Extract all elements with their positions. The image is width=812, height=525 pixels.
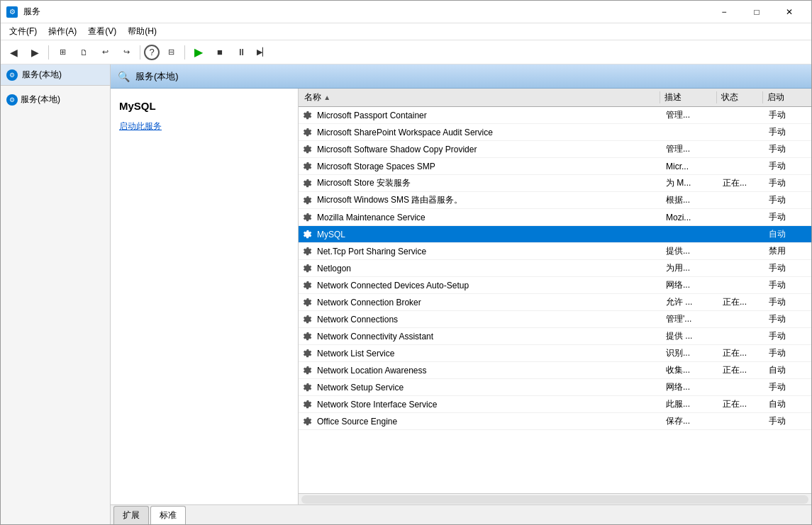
table-row[interactable]: Network Connections管理'...手动 — [299, 311, 811, 328]
row-service-desc: Mozi... — [662, 213, 718, 222]
row-service-status: 正在... — [718, 364, 764, 376]
menu-help[interactable]: 帮助(H) — [122, 24, 162, 39]
row-service-start: 手动 — [764, 177, 807, 189]
panel-header: 🔍 服务(本地) — [111, 64, 811, 89]
title-bar: ⚙ 服务 − □ ✕ — [1, 1, 811, 23]
col-header-status[interactable]: 状态 — [717, 91, 763, 103]
start-service-link[interactable]: 启动此服务 — [119, 120, 289, 132]
table-row[interactable]: Network Connected Devices Auto-Setup网络..… — [299, 277, 811, 294]
content-body: MySQL 启动此服务 名称 ▲ 描述 状态 启动 — [111, 89, 811, 504]
horizontal-scrollbar[interactable] — [301, 495, 808, 504]
row-service-name: Microsoft Storage Spaces SMP — [314, 162, 662, 171]
restart-service-button[interactable]: ▶▏ — [252, 43, 272, 62]
row-service-name: Network Setup Service — [314, 383, 662, 393]
gear-icon — [301, 245, 314, 258]
table-row[interactable]: Network Location Awareness收集...正在...自动 — [299, 362, 811, 379]
row-service-desc: 识别... — [662, 347, 718, 359]
table-row[interactable]: Mozilla Maintenance ServiceMozi...手动 — [299, 209, 811, 226]
table-row[interactable]: Microsoft Passport Container管理...手动 — [299, 107, 811, 124]
tab-standard[interactable]: 标准 — [150, 506, 186, 524]
row-service-desc: 此服... — [662, 398, 718, 410]
gear-icon — [301, 262, 314, 275]
row-service-start: 手动 — [764, 126, 807, 138]
gear-icon — [301, 211, 314, 224]
col-header-start[interactable]: 启动 — [763, 91, 806, 103]
row-service-name: Network Connection Broker — [314, 298, 662, 307]
start-service-button[interactable]: ▶ — [189, 43, 208, 62]
show-hide-button[interactable]: ⊞ — [52, 43, 72, 62]
forward-button[interactable]: ▶ — [25, 43, 45, 62]
close-button[interactable]: ✕ — [773, 1, 806, 23]
row-service-desc: 提供 ... — [662, 330, 718, 342]
maximize-button[interactable]: □ — [740, 1, 773, 23]
table-row[interactable]: Network List Service识别...正在...手动 — [299, 345, 811, 362]
back-button[interactable]: ◀ — [4, 43, 23, 62]
table-row[interactable]: Network Store Interface Service此服...正在..… — [299, 396, 811, 413]
gear-icon — [301, 279, 314, 292]
app-icon: ⚙ — [6, 6, 18, 18]
table-row[interactable]: Microsoft Store 安装服务为 M...正在...手动 — [299, 175, 811, 192]
export-button[interactable]: ⊟ — [161, 43, 181, 62]
table-row[interactable]: Net.Tcp Port Sharing Service提供...禁用 — [299, 243, 811, 260]
menu-file[interactable]: 文件(F) — [4, 24, 43, 39]
window-controls: − □ ✕ — [708, 1, 806, 23]
row-service-start: 手动 — [764, 279, 807, 291]
up-button[interactable]: ↩ — [95, 43, 115, 62]
table-row[interactable]: Network Connectivity Assistant提供 ...手动 — [299, 328, 811, 345]
row-service-start: 手动 — [764, 194, 807, 206]
row-service-start: 自动 — [764, 398, 807, 410]
table-row[interactable]: Netlogon为用...手动 — [299, 260, 811, 277]
prop-button[interactable]: ↪ — [116, 43, 136, 62]
main-window: ⚙ 服务 − □ ✕ 文件(F) 操作(A) 查看(V) 帮助(H) ◀ ▶ ⊞… — [0, 0, 812, 525]
row-service-name: Net.Tcp Port Sharing Service — [314, 247, 662, 256]
sidebar-local-label: 服务(本地) — [21, 94, 60, 106]
row-service-desc: 网络... — [662, 279, 718, 291]
minimize-button[interactable]: − — [708, 1, 740, 23]
help-button[interactable]: ? — [144, 45, 160, 60]
row-service-start: 自动 — [764, 364, 807, 376]
row-service-name: Microsoft Software Shadow Copy Provider — [314, 145, 662, 154]
menu-action[interactable]: 操作(A) — [43, 24, 82, 39]
col-header-name[interactable]: 名称 ▲ — [299, 91, 660, 103]
sidebar: ⚙ 服务(本地) ⚙ 服务(本地) — [1, 64, 111, 524]
panel-header-icon: 🔍 — [118, 71, 130, 82]
sidebar-header: ⚙ 服务(本地) — [1, 64, 110, 86]
table-row[interactable]: Microsoft SharePoint Workspace Audit Ser… — [299, 124, 811, 141]
row-service-start: 手动 — [764, 313, 807, 325]
gear-icon — [301, 177, 314, 190]
tab-extend[interactable]: 扩展 — [113, 506, 149, 524]
row-service-desc: 管理'... — [662, 313, 718, 325]
row-service-start: 手动 — [764, 109, 807, 121]
table-row[interactable]: Office Source Engine保存...手动 — [299, 413, 811, 430]
row-service-desc: 根据... — [662, 194, 718, 206]
row-service-desc: 收集... — [662, 364, 718, 376]
gear-icon — [301, 364, 314, 377]
table-row[interactable]: Network Connection Broker允许 ...正在...手动 — [299, 294, 811, 311]
row-service-name: Network Connectivity Assistant — [314, 332, 662, 341]
row-service-desc: 管理... — [662, 109, 718, 121]
table-row[interactable]: Microsoft Software Shadow Copy Provider管… — [299, 141, 811, 158]
gear-icon — [301, 398, 314, 411]
sidebar-item-local[interactable]: ⚙ 服务(本地) — [4, 91, 107, 108]
service-rows[interactable]: Microsoft Passport Container管理...手动 Micr… — [299, 107, 811, 493]
pause-service-button[interactable]: ⏸ — [231, 43, 251, 62]
row-service-desc: 保存... — [662, 415, 718, 427]
col-header-desc[interactable]: 描述 — [660, 91, 717, 103]
menu-view[interactable]: 查看(V) — [82, 24, 122, 39]
row-service-start: 手动 — [764, 211, 807, 223]
row-service-start: 手动 — [764, 296, 807, 308]
table-row[interactable]: Microsoft Storage Spaces SMPMicr...手动 — [299, 158, 811, 175]
row-service-start: 手动 — [764, 160, 807, 172]
gear-icon — [301, 194, 314, 207]
row-service-name: Netlogon — [314, 264, 662, 273]
gear-icon — [301, 160, 314, 173]
table-row[interactable]: MySQL自动 — [299, 226, 811, 243]
sidebar-local-icon: ⚙ — [6, 94, 18, 106]
row-service-status: 正在... — [718, 177, 764, 189]
stop-service-button[interactable]: ■ — [210, 43, 230, 62]
new-button[interactable]: 🗋 — [74, 43, 94, 62]
table-row[interactable]: Network Setup Service网络...手动 — [299, 379, 811, 396]
sort-arrow: ▲ — [323, 94, 330, 101]
table-row[interactable]: Microsoft Windows SMS 路由器服务。根据...手动 — [299, 192, 811, 209]
row-service-status: 正在... — [718, 347, 764, 359]
